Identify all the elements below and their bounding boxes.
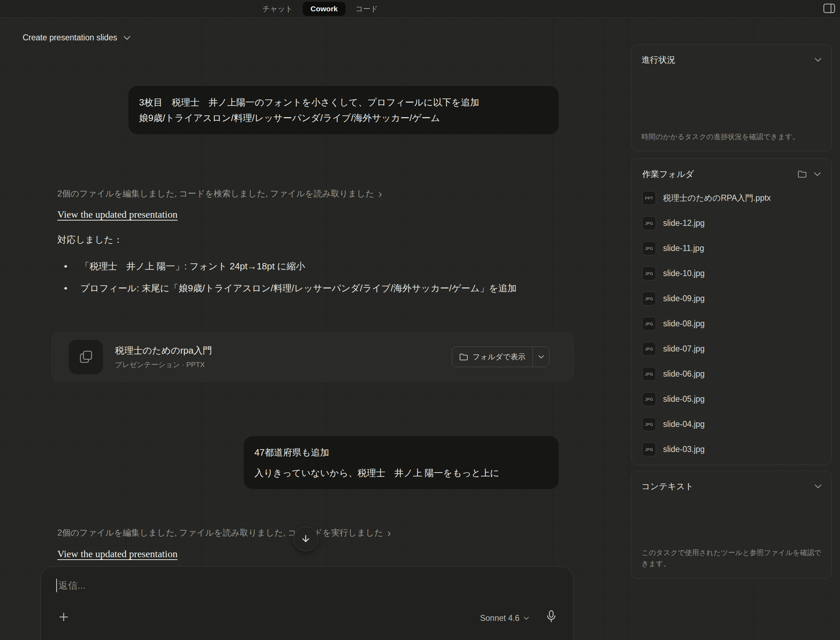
reply-composer[interactable]: 返信... Sonnet 4.6: [40, 566, 573, 640]
tab-code[interactable]: コード: [348, 1, 386, 17]
file-row[interactable]: JPG slide-08.jpg: [639, 311, 824, 336]
file-name: slide-06.jpg: [663, 369, 705, 379]
file-name: slide-10.jpg: [663, 269, 705, 278]
progress-panel-description: 時間のかかるタスクの進捗状況を確認できます。: [642, 131, 822, 142]
task-title-dropdown[interactable]: Create presentation slides: [22, 33, 131, 43]
bullet-item: 「税理士 井ノ上 陽一」: フォント 24pt→18pt に縮小: [80, 258, 537, 274]
attach-button[interactable]: [58, 611, 69, 622]
file-row[interactable]: JPG slide-12.jpg: [639, 211, 824, 236]
file-name: slide-04.jpg: [663, 419, 705, 429]
tab-chat[interactable]: チャット: [255, 1, 301, 17]
user-message-text: 娘9歳/トライアスロン/料理/レッサーパンダ/ライブ/海外サッカー/ゲーム: [139, 110, 548, 126]
file-card-subtitle: プレゼンテーション · PPTX: [115, 360, 212, 370]
file-row[interactable]: JPG slide-03.jpg: [639, 437, 824, 462]
file-card-info: 税理士のためのrpa入門 プレゼンテーション · PPTX: [115, 344, 212, 370]
file-name: slide-03.jpg: [663, 445, 705, 454]
chevron-down-icon: [524, 617, 529, 620]
jpg-file-icon: JPG: [642, 242, 656, 255]
file-name: slide-11.jpg: [663, 243, 704, 253]
text-cursor: [56, 579, 57, 592]
file-row[interactable]: JPG slide-06.jpg: [639, 362, 824, 387]
jpg-file-icon: JPG: [642, 418, 656, 431]
show-in-folder-label: フォルダで表示: [473, 352, 525, 362]
file-card-dropdown-button[interactable]: [533, 347, 549, 367]
model-name: Sonnet 4.6: [480, 613, 519, 623]
working-folder-panel: 作業フォルダ PPT 税理士のためのRPA入門.pptx JPG slide-1…: [631, 158, 832, 465]
user-message: 47都道府県も追加 入りきっていないから、税理士 井ノ上 陽一をもっと上に: [244, 436, 559, 489]
jpg-file-icon: JPG: [642, 267, 656, 280]
progress-panel: 進行状況 時間のかかるタスクの進捗状況を確認できます。: [631, 44, 832, 151]
mode-tabs: チャット Cowork コード: [255, 0, 386, 18]
view-presentation-link[interactable]: View the updated presentation: [57, 548, 177, 560]
tool-activity-summary[interactable]: 2個のファイルを編集しました, ファイルを読み取りました, コマンドを実行しまし…: [57, 527, 391, 538]
show-in-folder-button-group: フォルダで表示: [452, 347, 549, 367]
file-row[interactable]: JPG slide-09.jpg: [639, 286, 824, 311]
view-presentation-link[interactable]: View the updated presentation: [57, 209, 177, 220]
file-name: slide-09.jpg: [663, 294, 705, 303]
show-in-folder-button[interactable]: フォルダで表示: [452, 347, 532, 367]
file-name: slide-12.jpg: [663, 218, 705, 228]
user-message: 3枚目 税理士 井ノ上陽一のフォントを小さくして、プロフィールに以下を追加 娘9…: [128, 86, 559, 134]
open-folder-icon[interactable]: [797, 170, 807, 178]
bullet-item: プロフィール: 末尾に「娘9歳/トライアスロン/料理/レッサーパンダ/ライブ/海…: [80, 280, 537, 296]
file-name: 税理士のためのRPA入門.pptx: [663, 192, 771, 203]
jpg-file-icon: JPG: [642, 317, 656, 331]
file-name: slide-05.jpg: [663, 394, 705, 404]
context-panel: コンテキスト このタスクで使用されたツールと参照ファイルを確認できます。: [631, 470, 832, 579]
tool-activity-text: 2個のファイルを編集しました, コードを検索しました, ファイルを読み取りました: [57, 188, 374, 199]
folder-icon: [459, 353, 468, 361]
ppt-file-icon: PPT: [642, 191, 656, 205]
context-panel-description: このタスクで使用されたツールと参照ファイルを確認できます。: [642, 547, 822, 569]
chevron-down-icon: [123, 36, 131, 40]
file-row[interactable]: PPT 税理士のためのRPA入門.pptx: [639, 186, 824, 211]
model-selector[interactable]: Sonnet 4.6: [480, 613, 529, 623]
assistant-bullet-list: 「税理士 井ノ上 陽一」: フォント 24pt→18pt に縮小 プロフィール:…: [80, 258, 537, 302]
user-message-text: 入りきっていないから、税理士 井ノ上 陽一をもっと上に: [254, 465, 548, 481]
file-row[interactable]: JPG slide-10.jpg: [639, 261, 824, 286]
user-message-text: 47都道府県も追加: [254, 445, 548, 460]
user-message-text: 3枚目 税理士 井ノ上陽一のフォントを小さくして、プロフィールに以下を追加: [139, 94, 548, 110]
assistant-text: 対応しました：: [57, 234, 123, 246]
jpg-file-icon: JPG: [642, 342, 656, 356]
scroll-to-bottom-button[interactable]: [293, 526, 318, 551]
jpg-file-icon: JPG: [642, 216, 656, 230]
presentation-file-icon: [69, 340, 103, 374]
reply-input[interactable]: 返信...: [56, 579, 86, 592]
chevron-down-icon[interactable]: [814, 484, 822, 488]
file-row[interactable]: JPG slide-07.jpg: [639, 336, 824, 362]
file-row[interactable]: JPG slide-05.jpg: [639, 387, 824, 412]
file-row[interactable]: JPG slide-11.jpg: [639, 236, 824, 261]
chevron-right-icon: ›: [387, 528, 391, 537]
tool-activity-summary[interactable]: 2個のファイルを編集しました, コードを検索しました, ファイルを読み取りました…: [57, 188, 382, 199]
app-window: チャット Cowork コード Create presentation slid…: [0, 0, 840, 640]
file-name: slide-08.jpg: [663, 319, 705, 328]
chevron-right-icon: ›: [378, 189, 382, 198]
file-name: slide-07.jpg: [663, 344, 705, 354]
tool-activity-text: 2個のファイルを編集しました, ファイルを読み取りました, コマンドを実行しまし…: [57, 527, 383, 538]
jpg-file-icon: JPG: [642, 292, 656, 306]
chevron-down-icon[interactable]: [814, 58, 822, 62]
down-arrow-icon: [301, 534, 311, 544]
file-row[interactable]: JPG slide-04.jpg: [639, 412, 824, 437]
sidebar-toggle-icon[interactable]: [823, 3, 835, 13]
context-panel-title: コンテキスト: [642, 481, 693, 492]
file-list: PPT 税理士のためのRPA入門.pptx JPG slide-12.jpg J…: [639, 186, 824, 462]
page-title: Create presentation slides: [22, 33, 117, 43]
chevron-down-icon[interactable]: [814, 172, 821, 176]
reply-placeholder: 返信...: [58, 579, 86, 592]
file-card: 税理士のためのrpa入門 プレゼンテーション · PPTX フォルダで表示: [51, 333, 573, 381]
progress-panel-title: 進行状況: [642, 54, 676, 66]
file-card-title: 税理士のためのrpa入門: [115, 344, 212, 357]
jpg-file-icon: JPG: [642, 367, 656, 381]
working-folder-title: 作業フォルダ: [642, 168, 694, 180]
jpg-file-icon: JPG: [642, 443, 656, 456]
jpg-file-icon: JPG: [642, 392, 656, 406]
microphone-button[interactable]: [546, 610, 557, 622]
tab-cowork[interactable]: Cowork: [302, 2, 345, 16]
top-bar: チャット Cowork コード: [0, 0, 840, 18]
